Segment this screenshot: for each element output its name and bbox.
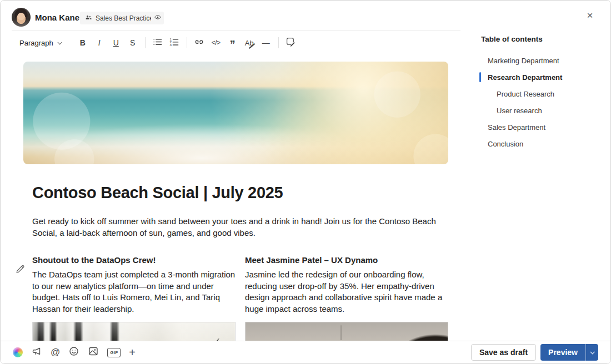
copilot-icon[interactable] [13, 347, 23, 357]
community-tag[interactable]: Sales Best Practices [80, 12, 162, 24]
strikethrough-button[interactable]: S [124, 34, 141, 51]
emoji-icon[interactable] [68, 346, 79, 359]
preview-split-button: Preview [540, 344, 598, 361]
quote-button[interactable]: ❞ [224, 34, 241, 51]
toc-title: Table of contents [473, 35, 608, 43]
horizontal-rule-button[interactable]: — [258, 34, 274, 51]
active-indicator-bar [479, 72, 481, 82]
avatar [12, 8, 31, 27]
header-divider [12, 30, 460, 31]
eye-icon [154, 13, 162, 23]
bold-button[interactable]: B [74, 34, 91, 51]
block-edit-handle[interactable] [15, 264, 26, 275]
code-button[interactable]: </> [208, 34, 224, 51]
author-name: Mona Kane [35, 13, 79, 22]
footer-icon-group: @ GIF + [13, 346, 136, 359]
toc-item-research-department[interactable]: Research Department [473, 69, 608, 85]
clear-formatting-button[interactable]: Ab [241, 34, 258, 51]
paragraph-style-label: Paragraph [19, 39, 53, 47]
save-as-draft-button[interactable]: Save as draft [471, 344, 536, 361]
bullet-list-button[interactable] [149, 34, 166, 51]
preview-button[interactable]: Preview [540, 344, 585, 361]
toc-item-sales-department[interactable]: Sales Department [473, 119, 608, 135]
section-heading[interactable]: Meet Jasmine Patel – UX Dynamo [245, 255, 448, 265]
visibility-button[interactable] [151, 12, 164, 24]
link-icon [194, 37, 204, 49]
section-body[interactable]: Jasmine led the redesign of our onboardi… [245, 269, 448, 315]
bottom-action-bar: @ GIF + Save as draft Preview [1, 341, 610, 363]
editor-window: Mona Kane Sales Best Practices × Paragra… [0, 0, 611, 364]
document-title[interactable]: Contoso Beach Social | July 2025 [32, 184, 283, 202]
intro-paragraph[interactable]: Get ready to kick off summer with sand b… [32, 215, 438, 239]
svg-text:3: 3 [170, 43, 172, 47]
announcement-megaphone-icon[interactable] [31, 346, 42, 359]
toc-item-conclusion[interactable]: Conclusion [473, 135, 608, 152]
column-left: Shoutout to the DataOps Crew! The DataOp… [32, 255, 236, 315]
toc-item-user-research[interactable]: User research [473, 102, 608, 119]
code-icon: </> [212, 39, 221, 47]
toc-item-product-research[interactable]: Product Research [473, 85, 608, 102]
banner-beach-image[interactable] [23, 62, 448, 164]
numbered-list-icon: 123 [169, 37, 179, 49]
numbered-list-button[interactable]: 123 [166, 34, 183, 51]
preview-dropdown-button[interactable] [585, 344, 598, 361]
horizontal-rule-icon: — [262, 38, 270, 47]
pencil-icon [15, 266, 26, 276]
gif-icon[interactable]: GIF [107, 348, 121, 357]
insert-image-icon[interactable] [88, 346, 99, 359]
formatting-toolbar: Paragraph B I U S 123 </> ❞ Ab — [13, 33, 299, 52]
link-button[interactable] [191, 34, 208, 51]
bullet-list-icon [152, 37, 163, 49]
chevron-down-icon [57, 40, 62, 44]
close-button[interactable]: × [583, 8, 597, 23]
close-icon: × [587, 9, 593, 22]
add-plus-icon[interactable]: + [129, 347, 136, 358]
table-of-contents: Table of contents Marketing Department R… [473, 35, 608, 152]
toolbar-divider [145, 37, 146, 48]
toolbar-divider [278, 37, 279, 48]
two-column-section: Shoutout to the DataOps Crew! The DataOp… [32, 255, 449, 315]
section-heading[interactable]: Shoutout to the DataOps Crew! [32, 255, 236, 265]
underline-button[interactable]: U [108, 34, 124, 51]
compose-button[interactable] [283, 34, 299, 51]
paragraph-style-dropdown[interactable]: Paragraph [13, 34, 67, 51]
toolbar-divider [187, 37, 187, 48]
column-right: Meet Jasmine Patel – UX Dynamo Jasmine l… [245, 255, 448, 315]
community-tag-label: Sales Best Practices [96, 14, 157, 22]
community-people-icon [85, 14, 92, 23]
mention-at-icon[interactable]: @ [51, 347, 60, 358]
toc-item-marketing-department[interactable]: Marketing Department [473, 52, 608, 69]
chevron-down-icon [590, 350, 594, 354]
section-body[interactable]: The DataOps team just completed a 3-mont… [32, 269, 236, 315]
clear-formatting-icon: Ab [245, 39, 254, 47]
italic-button[interactable]: I [91, 34, 108, 51]
compose-pencil-icon [286, 37, 296, 49]
quote-icon: ❞ [230, 38, 236, 50]
